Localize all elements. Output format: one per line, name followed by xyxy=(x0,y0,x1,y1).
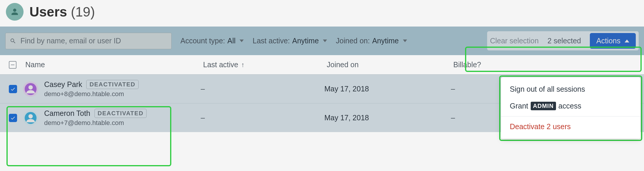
toolbar: Account type: All Last active: Anytime J… xyxy=(0,27,644,55)
chevron-down-icon xyxy=(403,40,407,42)
cell-joined-on: May 17, 2018 xyxy=(324,85,451,93)
chevron-up-icon xyxy=(625,40,629,42)
filter-last-active[interactable]: Last active: Anytime xyxy=(253,37,327,45)
search-input[interactable] xyxy=(20,37,167,45)
select-all-checkbox[interactable] xyxy=(9,61,16,69)
filter-account-type[interactable]: Account type: All xyxy=(180,37,244,45)
grant-suffix: access xyxy=(558,102,581,110)
clear-selection-button[interactable]: Clear selection xyxy=(490,37,539,45)
actions-dropdown: Sign out of all sessions Grant ADMIN acc… xyxy=(501,77,640,139)
chevron-down-icon xyxy=(323,40,327,42)
actions-button[interactable]: Actions xyxy=(590,33,636,49)
page-header: Users (19) xyxy=(0,0,644,27)
svg-point-3 xyxy=(29,114,33,119)
page-title-text: Users xyxy=(29,4,67,19)
deactivated-badge: DEACTIVATED xyxy=(94,109,147,118)
filter-label: Last active: xyxy=(253,37,290,45)
filter-joined-on[interactable]: Joined on: Anytime xyxy=(336,37,407,45)
column-name[interactable]: Name xyxy=(25,60,203,69)
dropdown-sign-out[interactable]: Sign out of all sessions xyxy=(501,81,640,98)
column-last-active-label: Last active xyxy=(203,60,238,69)
grant-prefix: Grant xyxy=(510,102,528,110)
sort-ascending-icon: ↑ xyxy=(241,61,245,69)
search-icon xyxy=(10,37,16,45)
table-header: Name Last active ↑ Joined on Billable? xyxy=(0,55,644,74)
page-title: Users (19) xyxy=(29,4,95,20)
column-last-active[interactable]: Last active ↑ xyxy=(203,60,327,69)
column-joined-on[interactable]: Joined on xyxy=(327,60,453,69)
actions-label: Actions xyxy=(596,37,620,45)
filter-value: All xyxy=(227,37,235,45)
dropdown-deactivate[interactable]: Deactivate 2 users xyxy=(501,116,640,135)
cell-last-active: – xyxy=(201,85,324,93)
user-name: Casey Park xyxy=(44,80,82,89)
user-email: demo+7@demo.htable.com xyxy=(44,119,147,127)
dropdown-grant-admin[interactable]: Grant ADMIN access xyxy=(501,98,640,114)
row-checkbox[interactable] xyxy=(9,114,17,122)
search-box[interactable] xyxy=(5,33,172,49)
deactivated-badge: DEACTIVATED xyxy=(86,80,139,89)
filter-label: Joined on: xyxy=(336,37,370,45)
selected-count: 2 selected xyxy=(547,37,581,45)
user-name: Cameron Toth xyxy=(44,109,90,118)
avatar xyxy=(23,110,38,126)
column-billable[interactable]: Billable? xyxy=(453,60,512,69)
filter-value: Anytime xyxy=(292,37,319,45)
chevron-down-icon xyxy=(240,40,244,42)
avatar xyxy=(23,81,38,97)
page-title-count: (19) xyxy=(71,4,95,19)
filter-value: Anytime xyxy=(372,37,399,45)
svg-point-1 xyxy=(29,85,33,90)
admin-badge: ADMIN xyxy=(531,102,556,110)
row-checkbox[interactable] xyxy=(9,85,17,93)
user-email: demo+8@demo.htable.com xyxy=(44,90,139,98)
filter-label: Account type: xyxy=(180,37,225,45)
cell-last-active: – xyxy=(201,114,324,122)
users-icon xyxy=(6,3,24,21)
cell-joined-on: May 17, 2018 xyxy=(324,114,451,122)
